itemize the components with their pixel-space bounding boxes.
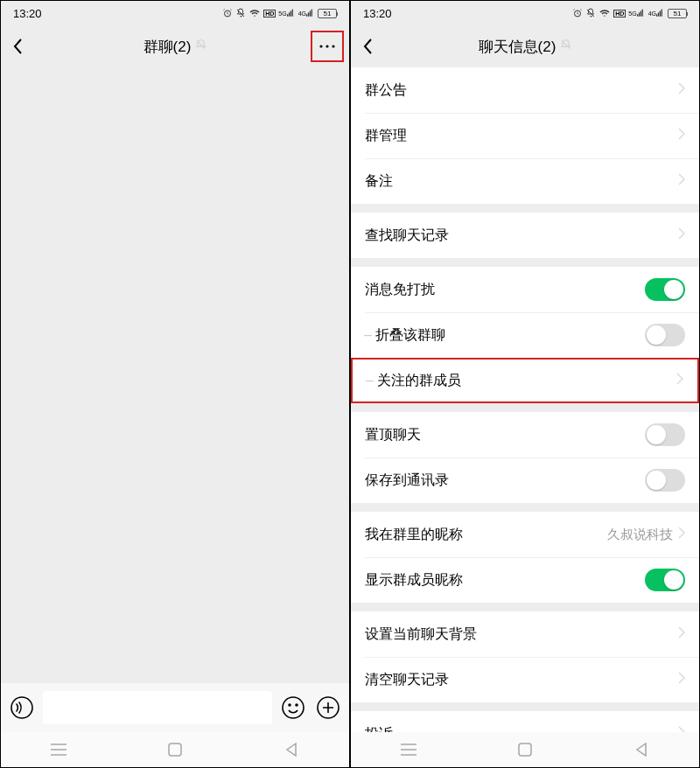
settings-row[interactable]: 投诉: [351, 711, 699, 732]
info-title: 聊天信息(2): [479, 37, 572, 57]
settings-group: 我在群里的昵称久叔说科技显示群成员昵称: [351, 512, 699, 603]
chat-header: 群聊(2): [1, 25, 349, 67]
sub-indicator: –: [366, 373, 374, 388]
alarm-icon: [572, 8, 583, 18]
battery-icon: 51: [318, 9, 337, 18]
settings-row[interactable]: 保存到通讯录: [351, 457, 699, 503]
add-button[interactable]: [314, 694, 342, 722]
svg-rect-23: [656, 14, 657, 17]
row-label: 消息免打扰: [365, 281, 645, 299]
wifi-icon: [598, 8, 611, 18]
status-bar: 13:20 HD 5G 4G 51: [351, 1, 699, 25]
hd-icon: HD: [613, 10, 626, 17]
nav-recent-button[interactable]: [41, 732, 76, 767]
settings-group: 投诉: [351, 711, 699, 732]
status-time: 13:20: [13, 7, 42, 20]
chat-screen: 13:20 HD 5G 4G 51: [0, 0, 350, 768]
svg-rect-21: [640, 11, 640, 17]
svg-rect-2: [289, 12, 290, 16]
svg-rect-20: [639, 12, 640, 16]
row-label: 设置当前聊天背景: [365, 625, 678, 644]
settings-row[interactable]: 我在群里的昵称久叔说科技: [351, 512, 699, 557]
signal-5g-icon: 5G: [628, 9, 645, 17]
status-icons: HD 5G 4G 51: [572, 8, 687, 18]
emoji-button[interactable]: [279, 694, 307, 722]
row-label: 查找聊天记录: [365, 227, 678, 245]
svg-rect-5: [306, 14, 307, 17]
row-label: 显示群成员昵称: [365, 571, 645, 590]
status-time: 13:20: [363, 7, 392, 20]
system-nav-bar: [351, 732, 699, 767]
toggle-switch[interactable]: [645, 469, 685, 492]
row-label: 保存到通讯录: [365, 471, 645, 490]
mute-icon: [235, 8, 246, 18]
settings-group: 设置当前聊天背景清空聊天记录: [351, 611, 699, 702]
settings-row[interactable]: 消息免打扰: [351, 267, 699, 312]
settings-row[interactable]: 查找聊天记录: [351, 213, 699, 258]
more-button[interactable]: [311, 31, 344, 62]
sub-indicator: –: [364, 327, 372, 343]
chat-messages-area[interactable]: [1, 67, 349, 683]
voice-button[interactable]: [8, 694, 36, 722]
toggle-switch[interactable]: [645, 569, 685, 591]
svg-point-14: [289, 704, 290, 706]
nav-home-button[interactable]: [508, 732, 542, 767]
row-label: 备注: [365, 172, 678, 191]
svg-rect-7: [310, 11, 311, 17]
nav-home-button[interactable]: [158, 732, 192, 767]
back-button[interactable]: [1, 25, 36, 67]
chevron-right-icon: [678, 672, 685, 688]
chevron-right-icon: [678, 626, 685, 642]
svg-point-9: [319, 45, 322, 47]
svg-rect-24: [658, 12, 659, 16]
settings-row[interactable]: 群管理: [351, 113, 699, 158]
signal-4g-icon: 4G: [298, 9, 315, 17]
wifi-icon: [248, 8, 261, 18]
nav-back-button[interactable]: [274, 732, 309, 767]
settings-row[interactable]: 置顶聊天: [351, 412, 699, 457]
svg-rect-25: [660, 11, 661, 17]
row-value: 久叔说科技: [607, 527, 673, 543]
toggle-switch[interactable]: [645, 324, 685, 346]
chat-title: 群聊(2): [144, 37, 207, 57]
chevron-right-icon: [678, 128, 685, 143]
settings-row[interactable]: 显示群成员昵称: [351, 557, 699, 603]
chevron-right-icon: [678, 82, 685, 98]
toggle-switch[interactable]: [645, 423, 685, 446]
svg-point-12: [11, 697, 32, 718]
settings-group: 查找聊天记录: [351, 213, 699, 258]
svg-rect-17: [169, 744, 181, 756]
settings-row[interactable]: 群公告: [351, 67, 699, 113]
settings-group: 置顶聊天保存到通讯录: [351, 412, 699, 503]
row-label: 关注的群成员: [377, 372, 676, 390]
row-label: 群管理: [365, 127, 678, 145]
chevron-right-icon: [678, 227, 685, 243]
nav-recent-button[interactable]: [391, 732, 426, 767]
row-label: 置顶聊天: [365, 426, 645, 444]
chevron-right-icon: [678, 726, 685, 732]
message-input[interactable]: [43, 691, 272, 724]
svg-rect-4: [291, 10, 292, 17]
settings-row[interactable]: 清空聊天记录: [351, 657, 699, 702]
row-label: 群公告: [365, 81, 678, 100]
settings-list[interactable]: 群公告群管理备注查找聊天记录消息免打扰–折叠该群聊–关注的群成员置顶聊天保存到通…: [351, 67, 699, 732]
settings-row[interactable]: 备注: [351, 158, 699, 204]
signal-4g-icon: 4G: [648, 9, 665, 17]
settings-row[interactable]: –关注的群成员: [351, 358, 699, 403]
battery-icon: 51: [668, 9, 687, 18]
chat-input-area: [1, 683, 349, 732]
toggle-switch[interactable]: [645, 278, 685, 301]
svg-point-15: [296, 704, 298, 706]
svg-rect-3: [290, 11, 290, 17]
svg-rect-22: [641, 10, 642, 17]
chat-info-screen: 13:20 HD 5G 4G 51: [350, 0, 700, 768]
settings-row[interactable]: –折叠该群聊: [351, 312, 699, 358]
settings-row[interactable]: 设置当前聊天背景: [351, 611, 699, 657]
chevron-right-icon: [678, 173, 685, 189]
back-button[interactable]: [351, 25, 386, 67]
nav-back-button[interactable]: [624, 732, 659, 767]
svg-rect-1: [287, 14, 288, 17]
svg-point-11: [332, 45, 334, 47]
mute-icon: [585, 8, 596, 18]
settings-group: 消息免打扰–折叠该群聊–关注的群成员: [351, 267, 699, 403]
